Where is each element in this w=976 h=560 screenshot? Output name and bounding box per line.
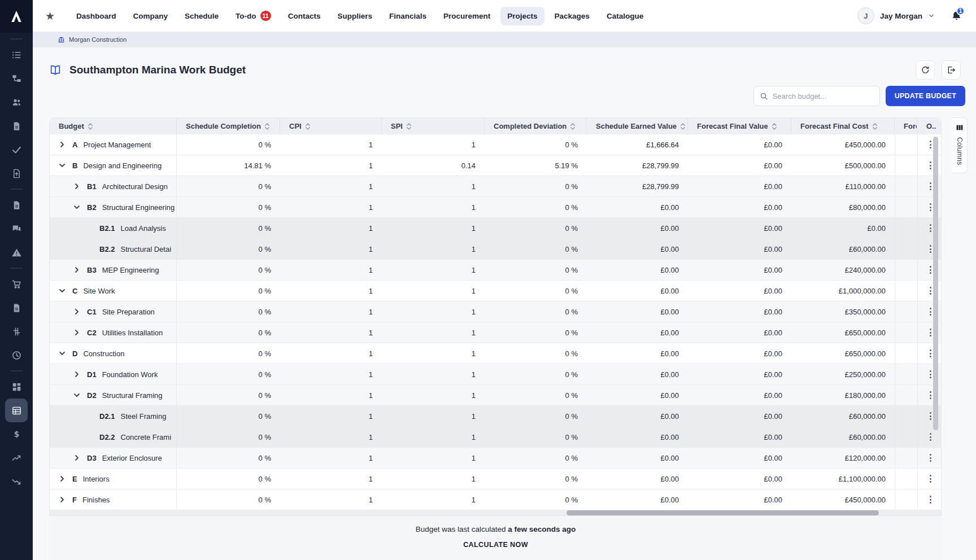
column-header-label: SPI (391, 122, 403, 130)
value-cell: 1 (382, 427, 485, 447)
sidebar-item-file-upload-icon[interactable] (5, 161, 28, 185)
value-cell: £0.00 (587, 260, 688, 280)
search-input[interactable] (773, 92, 874, 100)
sidebar-item-contract-icon[interactable] (5, 193, 28, 217)
sidebar-item-list-icon[interactable] (5, 43, 28, 67)
nav-item-schedule[interactable]: Schedule (178, 7, 225, 25)
sidebar-item-cart-icon[interactable] (5, 272, 28, 296)
horizontal-scrollbar-thumb[interactable] (567, 510, 878, 515)
vertical-scrollbar-thumb[interactable] (933, 137, 938, 430)
sort-icon (88, 123, 93, 130)
sidebar-item-invoice-icon[interactable] (5, 296, 28, 320)
collapse-chevron-icon[interactable] (72, 391, 81, 400)
table-row-e[interactable]: EInteriors0 %110 %£0.00£0.00£1,100,000.0… (50, 469, 941, 489)
nav-item-contacts[interactable]: Contacts (281, 7, 328, 25)
sidebar-item-dashboard-grid-icon[interactable] (5, 375, 28, 399)
table-row-b2-2[interactable]: B2.2Structural Detai0 %110 %£0.00£0.00£6… (50, 239, 941, 260)
expand-chevron-icon[interactable] (72, 328, 81, 337)
value-cell: £0.00 (688, 239, 791, 259)
nav-item-company[interactable]: Company (127, 7, 175, 25)
nav-item-financials[interactable]: Financials (382, 7, 433, 25)
sidebar-item-chat-icon[interactable] (5, 217, 28, 240)
notifications-bell-icon[interactable]: 1 (951, 10, 962, 22)
table-row-d2[interactable]: D2Structural Framing0 %110 %£0.00£0.00£1… (50, 385, 941, 406)
collapse-chevron-icon[interactable] (58, 161, 67, 170)
row-menu-kebab-icon[interactable] (926, 430, 935, 444)
update-budget-button[interactable]: UPDATE BUDGET (886, 86, 965, 106)
row-menu-kebab-icon[interactable] (926, 471, 935, 486)
columns-panel-tab[interactable]: Columns (952, 117, 968, 173)
export-button[interactable] (942, 60, 961, 80)
nav-item-procurement[interactable]: Procurement (437, 7, 497, 25)
chevron-down-icon[interactable] (928, 12, 935, 19)
nav-item-suppliers[interactable]: Suppliers (330, 7, 379, 25)
column-header-spi[interactable]: SPI (382, 118, 485, 134)
sidebar-item-users-icon[interactable] (5, 90, 28, 114)
table-row-d2-2[interactable]: D2.2Concrete Frami0 %110 %£0.00£0.00£60,… (50, 427, 941, 448)
sidebar-item-table-icon[interactable] (5, 399, 28, 422)
table-row-b1[interactable]: B1Architectural Design0 %110 %£28,799.99… (50, 176, 941, 197)
nav-item-packages[interactable]: Packages (548, 7, 596, 25)
column-header-forecast-final-cost[interactable]: Forecast Final Cost (791, 118, 895, 134)
collapse-chevron-icon[interactable] (58, 349, 67, 358)
expand-chevron-icon[interactable] (58, 495, 67, 504)
column-header-completed-deviation[interactable]: Completed Deviation (485, 118, 587, 134)
budget-code: D (72, 349, 77, 358)
collapse-chevron-icon[interactable] (72, 203, 81, 212)
user-name[interactable]: Jay Morgan (880, 12, 922, 20)
content: Southampton Marina Work Budget UPDATE BU (33, 47, 976, 560)
sidebar-item-trend-down-icon[interactable] (5, 470, 28, 493)
calculate-now-button[interactable]: CALCULATE NOW (463, 541, 528, 549)
nav-item-to-do[interactable]: To-do11 (229, 6, 278, 26)
breadcrumb[interactable]: Morgan Construction (33, 32, 976, 47)
table-row-b[interactable]: BDesign and Engineering14.81 %10.145.19 … (50, 155, 941, 176)
avatar[interactable]: J (857, 7, 874, 24)
column-header-cpi[interactable]: CPI (280, 118, 382, 134)
table-row-b3[interactable]: B3MEP Engineering0 %110 %£0.00£0.00£240,… (50, 260, 941, 281)
expand-chevron-icon[interactable] (72, 453, 81, 462)
table-row-a[interactable]: AProject Management0 %110 %£1,666.64£0.0… (50, 134, 941, 155)
table-icon (11, 405, 22, 416)
favorites-star-icon[interactable]: ★ (45, 10, 55, 23)
sidebar-item-trend-up-icon[interactable] (5, 446, 28, 470)
column-header-forecast-final-value[interactable]: Forecast Final Value (688, 118, 791, 134)
row-menu-kebab-icon[interactable] (926, 492, 935, 507)
page-title: Southampton Marina Work Budget (69, 64, 246, 76)
collapse-chevron-icon[interactable] (58, 286, 67, 295)
horizontal-scrollbar[interactable] (50, 510, 941, 515)
expand-chevron-icon[interactable] (58, 140, 67, 149)
sidebar-item-clock-icon[interactable] (5, 343, 28, 367)
column-header-budget[interactable]: Budget (50, 118, 177, 134)
table-row-b2-1[interactable]: B2.1Load Analysis0 %110 %£0.00£0.00£0.00 (50, 218, 941, 239)
table-row-d2-1[interactable]: D2.1Steel Framing0 %110 %£0.00£0.00£60,0… (50, 406, 941, 427)
table-row-b2[interactable]: B2Structural Engineering0 %110 %£0.00£0.… (50, 197, 941, 218)
sidebar-item-tune-icon[interactable] (5, 320, 28, 343)
expand-chevron-icon[interactable] (72, 265, 81, 274)
expand-chevron-icon[interactable] (72, 307, 81, 316)
sidebar-item-check-icon[interactable] (5, 138, 28, 161)
table-row-d1[interactable]: D1Foundation Work0 %110 %£0.00£0.00£250,… (50, 364, 941, 385)
nav-item-dashboard[interactable]: Dashboard (69, 7, 123, 25)
column-header-schedule-completion[interactable]: Schedule Completion (177, 118, 280, 134)
expand-chevron-icon[interactable] (72, 182, 81, 191)
table-row-c1[interactable]: C1Site Preparation0 %110 %£0.00£0.00£350… (50, 301, 941, 322)
nav-item-projects[interactable]: Projects (500, 7, 544, 25)
sidebar-item-hierarchy-icon[interactable] (5, 67, 28, 90)
budget-name: Concrete Frami (120, 433, 171, 441)
refresh-button[interactable] (916, 60, 935, 80)
nav-item-catalogue[interactable]: Catalogue (600, 7, 650, 25)
expand-chevron-icon[interactable] (72, 370, 81, 379)
table-row-f[interactable]: FFinishes0 %110 %£0.00£0.00£450,000.00 (50, 489, 941, 510)
sidebar-item-document-icon[interactable] (5, 114, 28, 138)
sidebar-item-dollar-icon[interactable]: $ (5, 422, 28, 446)
table-row-d3[interactable]: D3Exterior Enclosure0 %110 %£0.00£0.00£1… (50, 448, 941, 469)
table-row-c[interactable]: CSite Work0 %110 %£0.00£0.00£1,000,000.0… (50, 281, 941, 301)
app-logo[interactable] (0, 0, 33, 33)
table-row-d[interactable]: DConstruction0 %110 %£0.00£0.00£650,000.… (50, 343, 941, 364)
column-header-schedule-earned-value[interactable]: Schedule Earned Value (587, 118, 688, 134)
sidebar-item-warning-icon[interactable] (5, 240, 28, 264)
value-cell: 1 (280, 281, 382, 301)
row-menu-kebab-icon[interactable] (926, 450, 935, 465)
table-row-c2[interactable]: C2Utilities Installation0 %110 %£0.00£0.… (50, 322, 941, 343)
expand-chevron-icon[interactable] (58, 474, 67, 483)
